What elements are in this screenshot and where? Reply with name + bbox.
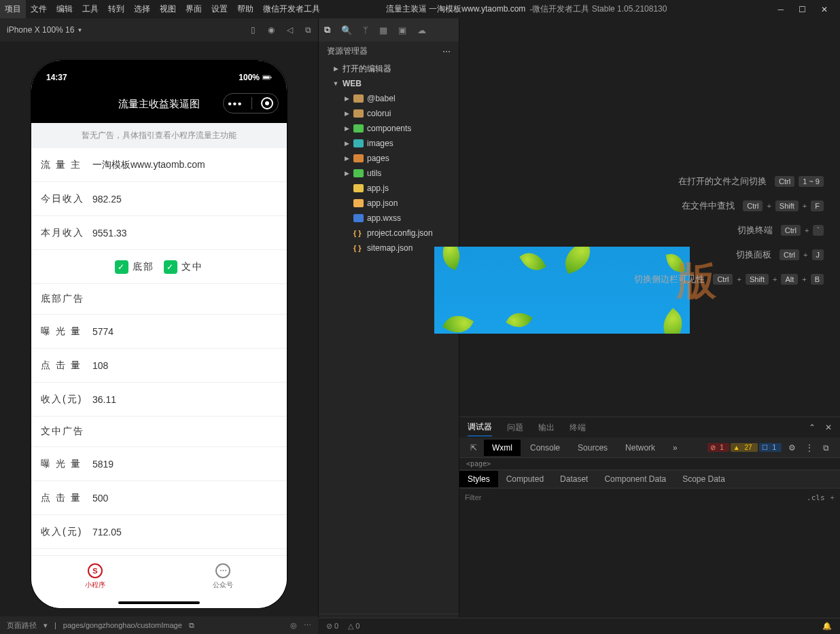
tab-miniprogram[interactable]: S小程序: [85, 563, 105, 590]
file-item[interactable]: app.json: [319, 196, 459, 211]
tab-styles[interactable]: Styles: [459, 471, 498, 487]
capsule-button[interactable]: •••: [223, 93, 279, 113]
tab-gongzhonghao[interactable]: ⋯公众号: [213, 563, 233, 590]
menu-select[interactable]: 选择: [129, 0, 155, 18]
device-icon[interactable]: ▯: [251, 25, 256, 35]
checkbox-inline[interactable]: ✓文中: [164, 260, 203, 274]
add-rule-icon[interactable]: +: [830, 493, 835, 501]
list-row: 曝 光 量5819: [31, 447, 287, 481]
tab-problems[interactable]: 问题: [507, 419, 523, 436]
search-icon[interactable]: 🔍: [341, 25, 352, 35]
folder-root[interactable]: ▼WEB: [319, 76, 459, 91]
menu-ui[interactable]: 界面: [181, 0, 207, 18]
folder-item[interactable]: ▶pages: [319, 151, 459, 166]
cloud-icon[interactable]: ☁: [417, 25, 426, 35]
device-selector[interactable]: iPhone X 100% 16 ▼: [7, 25, 82, 35]
ext-icon[interactable]: ▦: [379, 25, 387, 35]
close-icon[interactable]: ✕: [825, 423, 832, 432]
menu-goto[interactable]: 转到: [103, 0, 129, 18]
editor-toolbar: ⧉ 🔍 ᛘ ▦ ▣ ☁: [319, 18, 459, 41]
status-bar: ⊘ 0 △ 0 🔔: [318, 618, 840, 634]
dock-icon[interactable]: ⧉: [823, 443, 829, 453]
tab-debugger[interactable]: 调试器: [468, 419, 492, 436]
tab-scopedata[interactable]: Scope Data: [674, 471, 733, 487]
cls-toggle[interactable]: .cls: [807, 493, 825, 502]
send-icon[interactable]: ◁: [287, 25, 293, 35]
section-header: 文中广告: [31, 417, 287, 447]
checkbox-bottom[interactable]: ✓底部: [115, 260, 154, 274]
folder-item[interactable]: ▶colorui: [319, 106, 459, 121]
page-path[interactable]: pages/gongzhonghao/customImage: [63, 621, 182, 629]
menu-view[interactable]: 视图: [155, 0, 181, 18]
phone-navbar: 流量主收益装逼图 •••: [31, 85, 287, 123]
close-ring-icon[interactable]: [261, 97, 273, 109]
copy-path-icon[interactable]: ⧉: [189, 621, 194, 630]
status-warnings[interactable]: △ 0: [348, 622, 360, 631]
chevron-up-icon[interactable]: ⌃: [809, 423, 816, 432]
folder-item[interactable]: ▶@babel: [319, 91, 459, 106]
debugger-panel: 调试器 问题 输出 终端 ⌃ ✕ ⇱ Wxml Console Sources …: [459, 417, 840, 634]
home-indicator: [118, 601, 200, 604]
menu-dots-icon[interactable]: •••: [228, 98, 243, 109]
folder-item[interactable]: ▶utils: [319, 166, 459, 181]
devtools-tabs: ⇱ Wxml Console Sources Network » ⊘ 1 ▲ 2…: [459, 438, 840, 458]
status-badges[interactable]: ⊘ 1 ▲ 27 ☐ 1: [707, 443, 782, 452]
menu-help[interactable]: 帮助: [232, 0, 258, 18]
tab-more[interactable]: »: [665, 440, 686, 456]
tab-console[interactable]: Console: [522, 440, 568, 456]
tab-terminal[interactable]: 终端: [570, 419, 586, 436]
more-icon[interactable]: ⋯: [304, 621, 311, 630]
kebab-icon[interactable]: ⋮: [805, 443, 813, 453]
chat-icon: ⋯: [215, 563, 230, 578]
tab-componentdata[interactable]: Component Data: [596, 471, 674, 487]
record-icon[interactable]: ◉: [268, 25, 275, 35]
menu-devtools[interactable]: 微信开发者工具: [258, 0, 325, 18]
menu-project[interactable]: 项目: [0, 0, 26, 18]
tab-sources[interactable]: Sources: [570, 440, 616, 456]
status-errors[interactable]: ⊘ 0: [326, 622, 338, 631]
branch-icon[interactable]: ᛘ: [363, 25, 368, 35]
menu-edit[interactable]: 编辑: [52, 0, 77, 18]
wxml-breadcrumb[interactable]: <page>: [459, 458, 840, 470]
explorer-header: 资源管理器 ⋯: [319, 41, 459, 61]
style-tabs: Styles Computed Dataset Component Data S…: [459, 470, 840, 489]
keyboard-shortcuts: 在打开的文件之间切换Ctrl1 ~ 9 在文件中查找Ctrl+Shift+F 切…: [634, 169, 824, 292]
explorer-menu-icon[interactable]: ⋯: [442, 47, 451, 56]
battery-icon: [262, 73, 272, 82]
window-minimize[interactable]: ─: [777, 5, 784, 14]
list-row: 今日收入982.25: [31, 182, 287, 216]
list-row: 点 击 量500: [31, 481, 287, 515]
list-row: 收入(元)36.11: [31, 383, 287, 417]
menu-settings[interactable]: 设置: [207, 0, 232, 18]
box-icon[interactable]: ▣: [398, 25, 406, 35]
list-row: 收入(元)712.05: [31, 515, 287, 549]
folder-item[interactable]: ▶images: [319, 136, 459, 151]
gear-icon[interactable]: ⚙: [788, 443, 796, 453]
menu-file[interactable]: 文件: [26, 0, 52, 18]
section-header: 底部广告: [31, 284, 287, 315]
file-item[interactable]: app.wxss: [319, 211, 459, 226]
tab-wxml[interactable]: Wxml: [484, 440, 521, 456]
file-item[interactable]: { }project.config.json: [319, 226, 459, 241]
debugger-tabs: 调试器 问题 输出 终端 ⌃ ✕: [459, 417, 840, 438]
bell-icon[interactable]: 🔔: [822, 622, 832, 631]
folder-item[interactable]: ▶components: [319, 121, 459, 136]
tab-dataset[interactable]: Dataset: [552, 471, 596, 487]
style-filter-input[interactable]: [465, 493, 807, 501]
menubar: 项目 文件 编辑 工具 转到 选择 视图 界面 设置 帮助 微信开发者工具 流量…: [0, 0, 840, 18]
tab-output[interactable]: 输出: [538, 419, 555, 436]
open-editors[interactable]: ▶打开的编辑器: [319, 61, 459, 76]
file-item[interactable]: app.js: [319, 181, 459, 196]
notch: [105, 60, 213, 78]
tab-computed[interactable]: Computed: [498, 471, 552, 487]
svg-rect-2: [270, 77, 271, 78]
inspect-icon[interactable]: ⇱: [465, 443, 483, 453]
menu-tool[interactable]: 工具: [77, 0, 103, 18]
phone-simulator[interactable]: 14:37 100% 流量主收益装逼图 ••• 暂无广告，具体指引查看小程序流量…: [31, 60, 287, 608]
files-icon[interactable]: ⧉: [324, 24, 330, 35]
eye-icon[interactable]: ◎: [290, 621, 297, 630]
tab-network[interactable]: Network: [617, 440, 663, 456]
window-maximize[interactable]: ☐: [799, 5, 806, 14]
copy-icon[interactable]: ⧉: [305, 25, 311, 35]
window-close[interactable]: ✕: [821, 5, 828, 14]
